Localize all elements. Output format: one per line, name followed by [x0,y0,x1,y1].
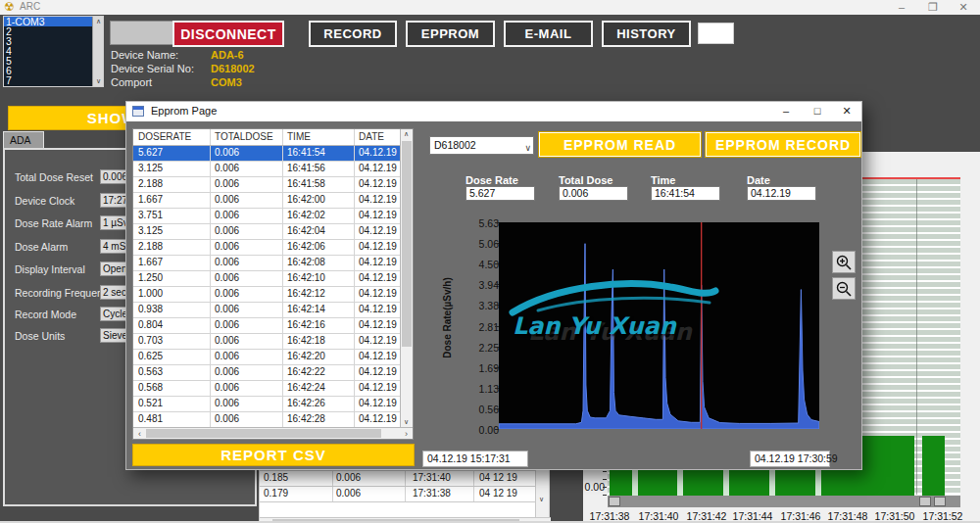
zoom-out-button[interactable] [832,277,856,300]
dialog-close-button[interactable]: ✕ [834,104,859,119]
table-cell: 16:42:12 [287,288,325,299]
dialog-maximize-button[interactable]: □ [805,104,830,119]
y-axis-tick-mark [603,487,607,488]
total-dose-field[interactable]: 0.006 [559,186,628,201]
serial-dropdown[interactable]: D618002 ∨ [429,136,534,155]
com-list-scrollbar[interactable]: ∧ ∨ [92,17,103,86]
history-button[interactable]: HISTORY [602,21,691,47]
table-row[interactable]: 1.6670.00616:42:0004.12.19 [133,193,401,209]
scrollbar-thumb[interactable] [146,429,381,438]
history-bar [610,468,860,496]
time-label: Time [651,174,675,186]
com-port-listbox[interactable]: 1-COM3234567 ∧ ∨ [3,16,104,87]
table-row[interactable]: 5.6270.00616:41:5404.12.19 [133,146,401,162]
com-list-item[interactable]: 1-COM3 [4,17,103,26]
scroll-handle[interactable] [919,497,931,506]
table-row[interactable]: 0.6250.00616:42:2004.12.19 [133,350,401,365]
close-button[interactable]: ✕ [949,0,978,15]
epprom-data-table[interactable]: DOSERATETOTALDOSETIMEDATE5.6270.00616:41… [132,128,414,440]
time-field[interactable]: 16:41:54 [651,186,720,201]
table-row[interactable]: 3.7510.00616:42:0204.12.19 [133,209,401,224]
scroll-down-icon[interactable]: ∨ [401,417,412,427]
dose-rate-chart-plot[interactable]: Lan Yu Xuan Lan Yu Xuan [499,222,819,429]
table-row[interactable]: 2.1880.00616:42:0604.12.19 [133,240,401,256]
table-row[interactable]: 0.5680.00616:42:2404.12.19 [133,381,401,397]
y-axis-tick-mark [603,479,607,480]
com-list-item[interactable]: 7 [4,75,103,85]
column-divider [282,381,283,396]
table-row[interactable]: 0.5630.00616:42:2204.12.19 [133,365,401,381]
report-csv-button[interactable]: REPORT CSV [132,444,415,466]
com-list-item[interactable]: 3 [4,36,103,46]
table-row[interactable]: 3.1250.00616:41:5604.12.19 [133,162,401,177]
scrollbar-thumb[interactable] [402,141,412,347]
column-divider [282,287,283,302]
table-row[interactable]: 3.1250.00616:42:0404.12.19 [133,224,401,240]
table-row[interactable]: 0.4810.00616:42:2804.12.19 [133,412,401,427]
history-chart-scroll-track[interactable] [608,496,960,507]
column-header[interactable]: DOSERATE [138,131,191,142]
column-divider [405,487,406,501]
table-row[interactable]: 0.1850.00617:31:4004 12 19 [260,471,535,487]
table-row[interactable]: 1.6670.00616:42:0804.12.19 [133,256,401,271]
dose-rate-field[interactable]: 5.627 [466,186,535,201]
disconnect-button[interactable]: DISCONNECT [172,21,284,47]
column-divider [354,397,355,411]
table-row[interactable]: 0.5210.00616:42:2604.12.19 [133,397,401,412]
scroll-right-icon[interactable]: › [400,428,413,440]
table-row[interactable]: 0.8040.00616:42:1604.12.19 [133,318,401,334]
scroll-handle[interactable] [609,497,620,506]
y-axis-tick-label: 5.06 [460,238,499,250]
column-header[interactable]: DATE [359,131,384,142]
tab-ada[interactable]: ADA [3,131,44,148]
epprom-button[interactable]: EPPROM [406,21,495,47]
column-divider [282,412,283,427]
table-row[interactable]: 0.7030.00616:42:1804.12.19 [133,334,401,350]
record-button[interactable]: RECORD [309,21,397,47]
zoom-in-button[interactable] [832,251,856,273]
scroll-down-icon[interactable]: ∨ [93,76,104,86]
minimize-button[interactable]: – [887,0,916,15]
date-field[interactable]: 04.12.19 [747,186,816,201]
table-cell: 0.568 [138,382,163,393]
window-title: ARC [20,1,40,12]
y-axis-tick-mark [495,429,499,430]
table-cell: 16:42:14 [287,304,325,314]
table-cell: 0.006 [215,241,239,252]
scroll-down-icon[interactable]: ∨ [536,495,547,504]
range-end-box[interactable]: 04.12.19 17:30:59 [750,451,830,467]
dialog-titlebar[interactable]: Epprom Page – □ ✕ [126,102,861,121]
y-axis-tick-label: 0.56 [460,404,499,415]
history-bar [860,436,914,496]
table-row[interactable]: 0.9380.00616:42:1404.12.19 [133,303,401,318]
com-list-item[interactable]: 2 [4,26,103,36]
scroll-up-icon[interactable]: ∧ [93,17,104,26]
blank-indicator-box[interactable] [698,23,734,44]
dose-rate-axis-title: Dose Rate(µSv/h) [442,245,453,392]
com-list-item[interactable]: 4 [4,46,103,56]
scroll-left-icon[interactable]: ‹ [133,428,146,440]
epprom-record-button[interactable]: EPPROM RECORD [706,132,860,157]
scroll-up-icon[interactable]: ∧ [401,129,412,139]
scroll-handle[interactable] [934,497,946,506]
com-list-item[interactable]: 6 [4,66,103,75]
column-divider [282,209,283,223]
table-row[interactable]: 1.0000.00616:42:1204.12.19 [133,287,401,303]
com-list-item[interactable]: 5 [4,56,103,66]
table-row[interactable]: 1.2500.00616:42:1004.12.19 [133,271,401,287]
table-row[interactable]: 2.1880.00616:41:5804.12.19 [133,177,401,193]
column-header[interactable]: TOTALDOSE [215,131,273,142]
epprom-read-button[interactable]: EPPROM READ [539,132,701,157]
epprom-table-hscrollbar[interactable]: ‹ › [133,427,413,439]
epprom-table-vscrollbar[interactable]: ∧ ∨ [400,129,413,427]
table-cell: 16:42:24 [287,382,325,393]
range-start-box[interactable]: 04.12.19 15:17:31 [422,451,528,467]
history-bar-gap [677,468,683,496]
column-header[interactable]: TIME [287,131,311,142]
dialog-minimize-button[interactable]: – [773,104,799,119]
maximize-button[interactable]: ❐ [918,0,948,15]
email-button[interactable]: E-MAIL [504,21,593,47]
table-row[interactable]: 0.1790.00617:31:3804 12 19 [260,487,535,502]
table-cell: 1.667 [138,194,163,205]
table-cell: 04.12.19 [359,351,397,361]
